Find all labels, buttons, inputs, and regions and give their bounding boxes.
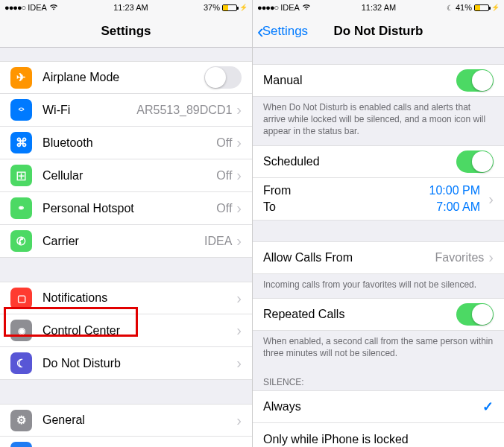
chevron-right-icon: ›	[236, 200, 242, 217]
row-label: Cellular	[42, 169, 216, 183]
wifi-settings-icon: ⌔	[10, 99, 32, 121]
chevron-right-icon: ›	[236, 232, 242, 250]
page-title: Settings	[101, 24, 151, 39]
notifications-icon: ▢	[10, 288, 32, 309]
status-bar: ●●●●○ IDEA 11:23 AM 37% ⚡	[0, 0, 252, 15]
row-do-not-disturb[interactable]: ☾ Do Not Disturb ›	[0, 347, 252, 380]
repeated-toggle[interactable]	[456, 303, 494, 326]
wifi-icon	[49, 4, 58, 12]
row-label: Control Center	[42, 324, 236, 337]
silence-header: SILENCE:	[253, 367, 504, 390]
chevron-right-icon: ›	[236, 134, 242, 151]
row-value: Off	[216, 169, 232, 183]
row-label: Do Not Disturb	[42, 357, 236, 370]
clock: 11:23 AM	[113, 3, 148, 12]
chevron-right-icon: ›	[488, 249, 494, 266]
do-not-disturb-icon: ☾	[10, 352, 32, 374]
cellular-icon: ⊞	[10, 165, 32, 186]
manual-note: When Do Not Disturb is enabled calls and…	[253, 97, 504, 145]
airplane-toggle[interactable]	[204, 66, 242, 89]
chevron-right-icon: ›	[236, 167, 242, 184]
row-label: Airplane Mode	[42, 71, 204, 84]
row-schedule-time[interactable]: From 10:00 PM To 7:00 AM ›	[253, 178, 504, 221]
from-value: 10:00 PM	[429, 184, 480, 197]
back-label: Settings	[262, 24, 308, 39]
carrier-label: IDEA	[28, 3, 47, 12]
repeated-note: When enabled, a second call from the sam…	[253, 331, 504, 367]
row-label: Repeated Calls	[263, 308, 456, 321]
carrier-icon: ✆	[10, 230, 32, 252]
row-value: Favorites	[435, 251, 485, 264]
row-label: Always	[263, 400, 482, 413]
row-airplane-mode[interactable]: ✈ Airplane Mode	[0, 61, 252, 94]
allow-note: Incoming calls from your favorites will …	[253, 274, 504, 298]
row-silence-locked[interactable]: Only while iPhone is locked	[253, 423, 504, 447]
signal-dots: ●●●●○	[257, 3, 278, 12]
row-display-brightness[interactable]: AA Display & Brightness ›	[0, 437, 252, 447]
signal-dots: ●●●●○	[4, 3, 25, 12]
row-label: Bluetooth	[42, 136, 216, 150]
row-wifi[interactable]: ⌔ Wi-Fi AR5513_89DCD1 ›	[0, 94, 252, 127]
row-value: IDEA	[204, 235, 232, 248]
settings-screen: ●●●●○ IDEA 11:23 AM 37% ⚡ Settings ✈ Air…	[0, 0, 252, 447]
row-hotspot[interactable]: ⚭ Personal Hotspot Off ›	[0, 192, 252, 225]
row-value: Off	[216, 136, 232, 150]
chevron-right-icon: ›	[236, 355, 242, 372]
dnd-screen: ●●●●○ IDEA 11:32 AM ☾ 41% ⚡ ‹ Settings D…	[252, 0, 504, 447]
battery-icon	[474, 4, 489, 11]
settings-list[interactable]: ✈ Airplane Mode ⌔ Wi-Fi AR5513_89DCD1 › …	[0, 48, 252, 447]
row-value: AR5513_89DCD1	[136, 104, 232, 117]
row-label: Manual	[263, 74, 456, 87]
battery-percent: 41%	[456, 3, 472, 12]
row-value: Off	[216, 202, 232, 215]
scheduled-toggle[interactable]	[456, 150, 494, 173]
row-silence-always[interactable]: Always ✓	[253, 390, 504, 423]
carrier-label: IDEA	[280, 3, 300, 12]
row-bluetooth[interactable]: ⌘ Bluetooth Off ›	[0, 127, 252, 159]
row-repeated-calls[interactable]: Repeated Calls	[253, 298, 504, 331]
row-control-center[interactable]: ◉ Control Center ›	[0, 314, 252, 347]
chevron-right-icon: ›	[236, 290, 242, 307]
row-notifications[interactable]: ▢ Notifications ›	[0, 282, 252, 314]
charging-icon: ⚡	[491, 4, 500, 11]
to-value: 7:00 AM	[436, 200, 480, 214]
page-title: Do Not Disturb	[334, 24, 423, 39]
checkmark-icon: ✓	[482, 399, 494, 415]
status-bar: ●●●●○ IDEA 11:32 AM ☾ 41% ⚡	[253, 0, 504, 15]
chevron-right-icon: ›	[236, 444, 242, 447]
row-cellular[interactable]: ⊞ Cellular Off ›	[0, 159, 252, 192]
nav-bar: ‹ Settings Do Not Disturb	[253, 15, 504, 48]
from-label: From	[263, 184, 291, 197]
row-label: Personal Hotspot	[42, 202, 216, 215]
charging-icon: ⚡	[239, 4, 248, 11]
manual-toggle[interactable]	[456, 69, 494, 92]
row-label: Notifications	[42, 291, 236, 305]
row-manual[interactable]: Manual	[253, 64, 504, 97]
hotspot-icon: ⚭	[10, 197, 32, 219]
wifi-icon	[302, 4, 311, 12]
nav-bar: Settings	[0, 15, 252, 48]
control-center-icon: ◉	[10, 320, 32, 341]
row-label: Only while iPhone is locked	[263, 433, 494, 446]
row-carrier[interactable]: ✆ Carrier IDEA ›	[0, 225, 252, 258]
back-button[interactable]: ‹ Settings	[257, 22, 308, 41]
chevron-right-icon: ›	[488, 190, 494, 207]
row-general[interactable]: ⚙ General ›	[0, 404, 252, 437]
row-label: General	[42, 413, 236, 427]
to-label: To	[263, 200, 276, 214]
bluetooth-icon: ⌘	[10, 132, 32, 153]
row-label: Carrier	[42, 235, 204, 248]
battery-icon	[222, 4, 237, 11]
dnd-list[interactable]: Manual When Do Not Disturb is enabled ca…	[253, 48, 504, 447]
airplane-icon: ✈	[10, 67, 32, 89]
row-scheduled[interactable]: Scheduled	[253, 145, 504, 178]
general-icon: ⚙	[10, 410, 32, 431]
dnd-status-icon: ☾	[447, 4, 453, 12]
chevron-right-icon: ›	[236, 101, 242, 118]
row-label: Scheduled	[263, 155, 456, 168]
display-icon: AA	[10, 442, 32, 447]
row-label: Wi-Fi	[42, 104, 136, 117]
row-label: Allow Calls From	[263, 251, 435, 264]
chevron-right-icon: ›	[236, 412, 242, 429]
row-allow-calls[interactable]: Allow Calls From Favorites ›	[253, 241, 504, 274]
